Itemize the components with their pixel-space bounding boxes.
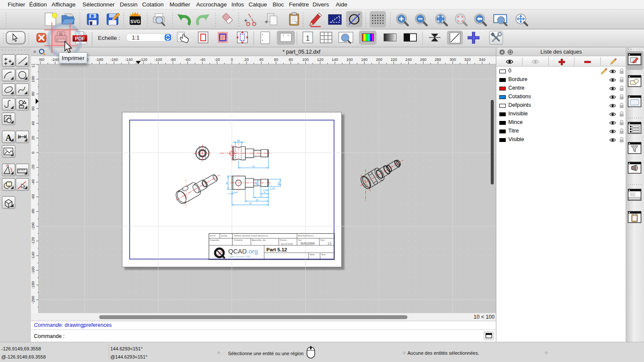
svg-text:Quantity: Quantity	[221, 235, 227, 237]
svg-text:1x45°: 1x45°	[233, 191, 238, 194]
svg-text:240: 240	[405, 57, 412, 62]
svg-text:Item ref: Item ref	[210, 235, 216, 237]
svg-text:100: 100	[302, 57, 309, 62]
svg-text:Part 5.12: Part 5.12	[267, 247, 287, 252]
svg-text:SVG: SVG	[130, 19, 140, 24]
svg-text:0: 0	[31, 151, 35, 154]
svg-text:Open Source CAD: Open Source CAD	[228, 255, 251, 258]
svg-text:32: 32	[256, 199, 258, 201]
svg-text:120: 120	[317, 57, 323, 62]
svg-text:QCAD.org: QCAD.org	[228, 247, 258, 255]
svg-text:180: 180	[361, 57, 368, 62]
svg-text:40: 40	[31, 121, 35, 125]
svg-text:-20: -20	[214, 57, 220, 62]
svg-text:20: 20	[31, 136, 35, 140]
svg-text:Article No./Reference: Article No./Reference	[298, 235, 314, 237]
svg-text:-180: -180	[31, 281, 35, 289]
svg-text:60: 60	[31, 106, 35, 111]
svg-text:1:1: 1:1	[328, 242, 331, 245]
svg-text:-140: -140	[31, 252, 35, 259]
svg-text:140: 140	[331, 57, 338, 62]
svg-text:Title/Name, destination, mater: Title/Name, destination, material, dimen…	[234, 235, 268, 237]
svg-text:Filename: Filename	[280, 239, 287, 241]
svg-text:50: 50	[249, 202, 252, 205]
svg-text:60: 60	[274, 57, 278, 62]
svg-text:120: 120	[31, 64, 35, 68]
svg-text:-60: -60	[185, 57, 191, 62]
svg-text:Designed by: Designed by	[210, 239, 219, 241]
svg-text:A: A	[6, 133, 12, 142]
svg-text:Checked by: Checked by	[234, 239, 243, 241]
svg-text:1: 1	[306, 34, 310, 42]
svg-text:Echelle :: Echelle :	[98, 35, 120, 41]
svg-text:-40: -40	[200, 57, 205, 62]
svg-text:01/01/2024: 01/01/2024	[301, 242, 315, 245]
svg-text:-80: -80	[31, 209, 35, 214]
svg-text:20: 20	[244, 57, 249, 62]
svg-text:21: 21	[260, 195, 263, 197]
svg-text:-60: -60	[31, 194, 35, 199]
svg-text:Scale: Scale	[321, 239, 325, 241]
svg-text:Ø10: Ø10	[277, 181, 280, 186]
svg-text:Edition: Edition	[310, 254, 315, 256]
svg-text:-80: -80	[170, 57, 176, 62]
svg-text:18: 18	[225, 182, 228, 185]
svg-text:280: 280	[435, 57, 441, 62]
svg-text:200: 200	[376, 57, 382, 62]
svg-text:-200: -200	[31, 296, 35, 304]
svg-text:-180: -180	[95, 57, 103, 62]
svg-text:40: 40	[259, 57, 264, 62]
svg-text:Sheet: Sheet	[322, 254, 326, 256]
svg-text:220: 220	[391, 57, 397, 62]
svg-text:Ø8: Ø8	[255, 182, 258, 185]
svg-text:Approved by - date: Approved by - date	[252, 239, 266, 241]
svg-text:80: 80	[289, 57, 293, 62]
svg-text:-140: -140	[125, 57, 133, 62]
svg-text:100: 100	[31, 76, 35, 82]
svg-text:-100: -100	[31, 222, 35, 230]
svg-text:-120: -120	[140, 57, 147, 62]
svg-text:Date: Date	[298, 239, 302, 241]
svg-text:41: 41	[252, 165, 255, 168]
svg-text:0: 0	[231, 57, 233, 62]
svg-text:-160: -160	[31, 266, 35, 274]
svg-text:260: 260	[420, 57, 426, 62]
svg-text:1x45°: 1x45°	[270, 187, 276, 190]
svg-text:340: 340	[479, 57, 485, 62]
svg-text:-40: -40	[31, 179, 35, 185]
svg-text:-100: -100	[154, 57, 162, 62]
svg-text:160: 160	[346, 57, 353, 62]
svg-text:80: 80	[31, 92, 35, 96]
svg-text:320: 320	[464, 57, 471, 62]
svg-text:part_05.12.dxf: part_05.12.dxf	[281, 243, 293, 245]
svg-text:-120: -120	[31, 237, 35, 245]
svg-text:-20: -20	[31, 165, 35, 170]
svg-text:Ø8: Ø8	[237, 139, 240, 142]
svg-text:300: 300	[450, 57, 456, 62]
svg-text:-160: -160	[110, 57, 118, 62]
svg-text:1:1: 1:1	[132, 34, 140, 41]
svg-text:11: 11	[264, 191, 266, 193]
